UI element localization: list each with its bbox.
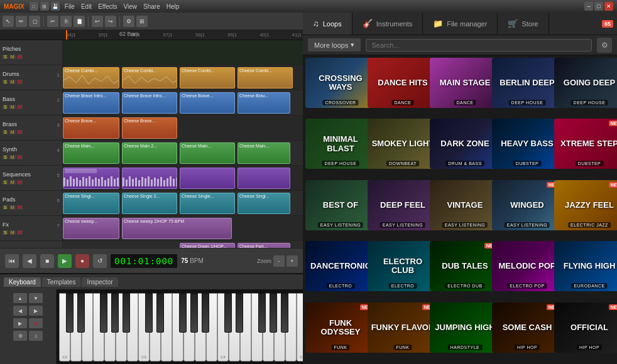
- tab-inspector[interactable]: Inspector: [82, 277, 117, 287]
- clip-drums-3[interactable]: Cheese Combi...: [180, 67, 235, 88]
- loop-card-18[interactable]: MELODIC POPELECTRO POP: [492, 241, 562, 291]
- track-solo-brass[interactable]: S: [3, 130, 8, 134]
- transport-rewind[interactable]: ⏮: [5, 254, 19, 268]
- tool-undo[interactable]: ↩: [92, 16, 103, 27]
- browser-tab-loops[interactable]: ♫ Loops: [303, 13, 352, 35]
- kb-left-btn[interactable]: ◀: [13, 306, 27, 316]
- track-solo-pads[interactable]: S: [3, 205, 8, 210]
- transport-loop[interactable]: ↺: [93, 254, 107, 268]
- track-mute-pads[interactable]: M: [9, 205, 16, 210]
- track-rec-drums[interactable]: R: [17, 80, 23, 84]
- clip-seqs-1[interactable]: ▒▒▒▒▒▒▒▒▒▒▒▒: [63, 168, 119, 189]
- tracks-canvas[interactable]: Cheese Combi... Cheese Combi... Cheese C…: [63, 40, 303, 248]
- white-key-C5[interactable]: C5: [297, 293, 303, 361]
- tool-cursor[interactable]: ↖: [3, 16, 14, 27]
- tool-eraser[interactable]: ◻: [29, 16, 40, 27]
- search-input[interactable]: [366, 39, 592, 51]
- black-key-F#4[interactable]: [258, 293, 266, 333]
- loop-card-8[interactable]: HEAVY BASSDUBSTEP: [492, 119, 562, 169]
- black-key-G#2[interactable]: [111, 293, 119, 333]
- maximize-button[interactable]: □: [594, 2, 603, 11]
- loop-card-4[interactable]: GOING DEEPDEEP HOUSE: [554, 58, 617, 108]
- zoom-out[interactable]: -: [273, 255, 285, 267]
- track-solo-fx7[interactable]: S: [3, 230, 8, 235]
- black-key-D#2[interactable]: [77, 293, 85, 333]
- clip-synth-4[interactable]: Cheese Main...: [238, 142, 290, 164]
- black-key-A#2[interactable]: [123, 293, 130, 333]
- menu-share[interactable]: Share: [143, 3, 160, 10]
- black-key-F#2[interactable]: [100, 293, 107, 333]
- kb-mode-btn[interactable]: ♫: [29, 331, 43, 341]
- clip-seqs-2[interactable]: [122, 168, 177, 189]
- loop-card-15[interactable]: DANCETRONICELECTRO: [305, 241, 376, 291]
- browser-tab-files[interactable]: 📁 File manager: [423, 13, 498, 35]
- transport-play[interactable]: ▶: [58, 254, 72, 268]
- black-key-D#4[interactable]: [236, 293, 243, 333]
- clip-brass-1[interactable]: Cheese Brave...: [63, 117, 119, 139]
- close-button[interactable]: ✕: [604, 2, 613, 11]
- clip-synth-2[interactable]: Cheese Main 2...: [122, 142, 177, 164]
- bpm-value[interactable]: 75: [181, 257, 188, 264]
- browser-settings-button[interactable]: ⚙: [597, 38, 612, 53]
- tb-icon-3[interactable]: 💾: [51, 2, 60, 11]
- clip-drums-2[interactable]: Cheese Combi...: [122, 67, 177, 88]
- track-mute-pitches[interactable]: M: [9, 55, 16, 59]
- clip-bass-1[interactable]: Cheese Brave Intro...: [63, 92, 119, 114]
- clip-bass-4[interactable]: Cheese Brav...: [238, 92, 290, 114]
- browser-tab-store[interactable]: 🛒 Store: [498, 13, 549, 35]
- black-key-G#3[interactable]: [190, 293, 198, 333]
- loop-card-2[interactable]: MAIN STAGEDANCE: [430, 58, 500, 108]
- clip-pads-3[interactable]: Cheese Single...: [180, 193, 235, 214]
- track-mute-sequences[interactable]: M: [9, 180, 16, 185]
- tab-templates[interactable]: Templates: [42, 277, 81, 287]
- clip-fx8-1[interactable]: Cheese Down 1/HOP...: [180, 243, 235, 248]
- track-rec-bass[interactable]: R: [17, 105, 23, 109]
- loop-card-24[interactable]: OFFICIALHIP HOPNEW: [554, 302, 617, 353]
- clip-fx8-2[interactable]: Cheese Fart...: [238, 243, 290, 248]
- tb-icon-2[interactable]: ⊞: [40, 2, 49, 11]
- clip-pads-4[interactable]: Cheese Singl...: [238, 193, 290, 214]
- transport-back[interactable]: ◀: [23, 254, 36, 268]
- piano-container[interactable]: C2C3C4C5: [57, 289, 303, 364]
- track-mute-drums[interactable]: M: [9, 80, 16, 84]
- tool-redo[interactable]: ↪: [105, 16, 116, 27]
- loop-card-22[interactable]: JUMPING HIGHHARDSTYLE: [430, 302, 500, 353]
- track-solo-synth[interactable]: S: [3, 155, 8, 159]
- loop-card-19[interactable]: FLYING HIGHEURODANCE: [554, 241, 617, 291]
- loop-card-21[interactable]: FUNKY FLAVORFUNKNEW: [368, 302, 438, 353]
- track-rec-brass[interactable]: R: [17, 130, 23, 134]
- loop-card-0[interactable]: CROSSING WAYSCROSSOVER: [305, 58, 376, 108]
- track-rec-synth[interactable]: R: [17, 155, 23, 159]
- loop-card-12[interactable]: VINTAGEEASY LISTENING: [430, 180, 500, 230]
- track-rec-pitches[interactable]: R: [17, 55, 23, 59]
- loop-card-5[interactable]: MINIMAL BLASTDEEP HOUSE: [305, 119, 376, 169]
- black-key-F#3[interactable]: [179, 293, 187, 333]
- black-key-A#4[interactable]: [281, 293, 288, 333]
- transport-stop[interactable]: ■: [40, 254, 54, 268]
- kb-right-btn[interactable]: ▶: [29, 306, 43, 316]
- loop-card-14[interactable]: JAZZY FEELELECTRIC JAZZNEW: [554, 180, 617, 230]
- menu-edit[interactable]: Edit: [81, 3, 92, 10]
- loop-card-23[interactable]: SOME CASHHIP HOPNEW: [492, 302, 562, 353]
- clip-fx7-2[interactable]: Cheese sweep 2/HOP 75 BPM: [122, 218, 232, 239]
- clip-drums-4[interactable]: Cheese Combi...: [238, 67, 293, 88]
- loop-card-16[interactable]: ELECTRO CLUBELECTRO: [368, 241, 438, 291]
- kb-settings-btn[interactable]: ⚙: [13, 331, 27, 341]
- clip-drums-1[interactable]: Cheese Combi...: [63, 67, 119, 88]
- loop-card-1[interactable]: DANCE HITSDANCE: [368, 58, 438, 108]
- loop-card-9[interactable]: XTREME STEPDUBSTEPNEW: [554, 119, 617, 169]
- clip-brass-2[interactable]: Cheese Brave...: [122, 117, 177, 139]
- tool-settings[interactable]: ⚙: [123, 16, 134, 27]
- clip-fx7-1[interactable]: Cheese sweep...: [63, 218, 119, 239]
- tool-cut[interactable]: ✂: [47, 16, 58, 27]
- tool-copy[interactable]: ⎘: [60, 16, 72, 27]
- clip-pads-1[interactable]: Cheese Singl...: [63, 193, 119, 214]
- tool-paste[interactable]: 📋: [74, 16, 85, 27]
- tb-icon-1[interactable]: □: [30, 2, 38, 11]
- clip-pads-2[interactable]: Cheese Single 2...: [122, 193, 177, 214]
- track-solo-pitches[interactable]: S: [3, 55, 8, 59]
- track-rec-pads[interactable]: R: [17, 205, 23, 210]
- clip-bass-2[interactable]: Cheese Brave Intro...: [122, 92, 177, 114]
- loop-card-17[interactable]: DUB TALESELECTRO DUBNEW: [430, 241, 500, 291]
- track-mute-bass[interactable]: M: [9, 105, 16, 109]
